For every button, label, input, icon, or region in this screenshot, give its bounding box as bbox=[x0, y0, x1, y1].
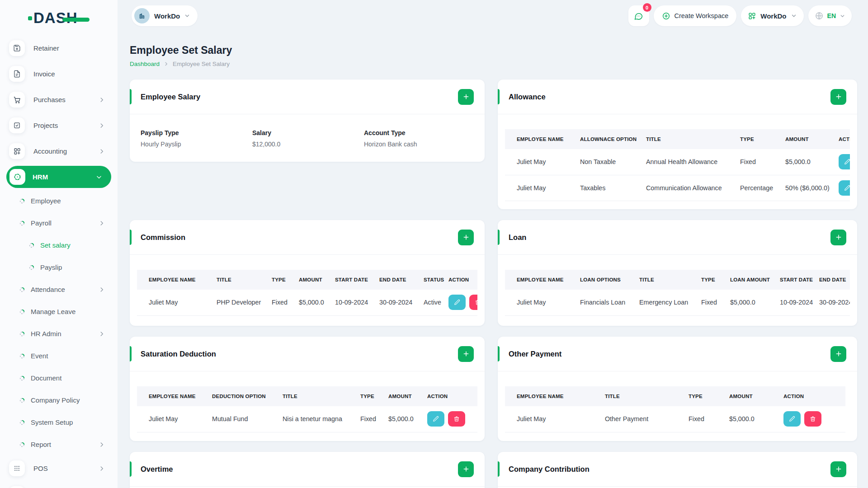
column-header: TYPE bbox=[260, 270, 287, 290]
plus-icon bbox=[835, 93, 842, 100]
table-cell: Other Payment bbox=[593, 406, 677, 432]
submenu-bullet-icon bbox=[19, 353, 25, 359]
table-row: Juliet MayMutual FundNisi a tenetur magn… bbox=[137, 406, 477, 432]
language-selector[interactable]: EN bbox=[808, 5, 852, 26]
card-title: Allowance bbox=[509, 93, 546, 101]
pencil-icon bbox=[789, 416, 795, 422]
commission-table: EMPLOYEE NAMETITLETYPEAMOUNTSTART DATEEN… bbox=[137, 270, 477, 316]
chevron-right-icon bbox=[99, 97, 105, 103]
sidebar-item-set-salary[interactable]: Set salary bbox=[0, 234, 118, 256]
submenu-bullet-icon bbox=[19, 375, 25, 381]
employee-salary-details: Payslip Type Hourly Payslip Salary $12,0… bbox=[130, 114, 485, 148]
delete-button[interactable] bbox=[448, 411, 465, 427]
delete-button[interactable] bbox=[804, 411, 821, 427]
table-row: Juliet MayPHP DeveloperFixed$5,000.010-0… bbox=[137, 290, 477, 315]
sidebar-item-projects[interactable]: Projects bbox=[0, 113, 118, 138]
messages-button[interactable]: 0 bbox=[628, 5, 649, 26]
sidebar-item-attendance[interactable]: Attendance bbox=[0, 278, 118, 300]
submenu-bullet-icon bbox=[19, 398, 25, 403]
table-cell: Financials Loan bbox=[568, 290, 627, 315]
plus-icon bbox=[835, 234, 842, 241]
sidebar-item-label: Document bbox=[31, 374, 61, 382]
add-allowance-button[interactable] bbox=[830, 89, 846, 105]
table-cell: 30-09-2024 bbox=[368, 290, 412, 315]
app-menu-button[interactable]: WorkDo bbox=[741, 5, 803, 26]
invoice-icon bbox=[9, 66, 25, 82]
add-company-contribution-button[interactable] bbox=[830, 461, 846, 477]
column-header: EMPLOYEE NAME bbox=[505, 129, 568, 149]
sidebar-item-label: POS bbox=[33, 465, 48, 472]
sidebar-item-label: Attendance bbox=[31, 286, 65, 293]
card-header: Loan bbox=[498, 220, 857, 255]
sidebar-item-payroll[interactable]: Payroll bbox=[0, 212, 118, 234]
add-commission-button[interactable] bbox=[458, 230, 474, 245]
sidebar-item-crm[interactable]: CRM bbox=[0, 481, 118, 488]
table-cell: Percentage bbox=[728, 175, 774, 201]
edit-button[interactable] bbox=[839, 180, 850, 196]
add-overtime-button[interactable] bbox=[458, 461, 474, 477]
column-header: END DATE bbox=[368, 270, 412, 290]
edit-button[interactable] bbox=[839, 154, 850, 169]
other_payment-data-table: EMPLOYEE NAMETITLETYPEAMOUNTACTIONJuliet… bbox=[505, 386, 845, 432]
sidebar-item-payslip[interactable]: Payslip bbox=[0, 256, 118, 278]
column-header: EMPLOYEE NAME bbox=[137, 386, 200, 406]
chevron-down-icon bbox=[184, 13, 190, 19]
sidebar-item-retainer[interactable]: Retainer bbox=[0, 35, 118, 61]
table-cell: Juliet May bbox=[137, 406, 200, 432]
loan-table: EMPLOYEE NAMELOAN OPTIONSTITLETYPELOAN A… bbox=[505, 270, 850, 316]
breadcrumb-dashboard-link[interactable]: Dashboard bbox=[130, 61, 160, 67]
column-header: TYPE bbox=[728, 129, 774, 149]
add-saturation-deduction-button[interactable] bbox=[458, 346, 474, 362]
hrm-icon bbox=[9, 169, 25, 185]
table-actions-cell bbox=[827, 175, 850, 201]
card-header: Overtime bbox=[130, 452, 485, 487]
column-header: TYPE bbox=[349, 386, 377, 406]
table-cell: $5,000.0 bbox=[287, 290, 323, 315]
retainer-icon bbox=[9, 40, 25, 56]
column-header: AMOUNT bbox=[287, 270, 323, 290]
add-salary-button[interactable] bbox=[458, 89, 474, 105]
sidebar-item-report[interactable]: Report bbox=[0, 433, 118, 455]
table-cell: 10-09-2024 bbox=[323, 290, 368, 315]
sidebar-item-purchases[interactable]: Purchases bbox=[0, 87, 118, 113]
sidebar-item-company-policy[interactable]: Company Policy bbox=[0, 389, 118, 411]
submenu-bullet-icon bbox=[29, 243, 34, 248]
field-value: Hourly Payslip bbox=[141, 141, 252, 148]
saturation-deduction-table: EMPLOYEE NAMEDEDUCTION OPTIONTITLETYPEAM… bbox=[137, 386, 477, 432]
table-cell: 30-09-2024 bbox=[807, 290, 850, 315]
create-workspace-button[interactable]: Create Workspace bbox=[654, 5, 737, 26]
app-logo[interactable]: DASH bbox=[28, 9, 78, 27]
card-title: Overtime bbox=[141, 465, 173, 474]
sidebar-item-accounting[interactable]: Accounting bbox=[0, 138, 118, 164]
edit-button[interactable] bbox=[783, 411, 801, 427]
breadcrumb-current: Employee Set Salary bbox=[173, 61, 230, 67]
purchases-icon bbox=[9, 92, 25, 108]
sidebar-item-document[interactable]: Document bbox=[0, 367, 118, 389]
delete-button[interactable] bbox=[469, 295, 477, 310]
sidebar-item-pos[interactable]: POS bbox=[0, 455, 118, 481]
column-header: TITLE bbox=[627, 270, 689, 290]
table-cell: Taxables bbox=[568, 175, 634, 201]
grid-plus-icon bbox=[748, 12, 756, 20]
edit-button[interactable] bbox=[448, 295, 466, 310]
sidebar-item-event[interactable]: Event bbox=[0, 345, 118, 367]
sidebar-item-invoice[interactable]: Invoice bbox=[0, 61, 118, 87]
sidebar-item-manage-leave[interactable]: Manage Leave bbox=[0, 300, 118, 323]
sidebar-item-label: HRM bbox=[33, 173, 48, 181]
sidebar-item-employee[interactable]: Employee bbox=[0, 190, 118, 212]
sidebar-item-hr-admin[interactable]: HR Admin bbox=[0, 323, 118, 345]
chevron-down-icon bbox=[840, 13, 845, 19]
sidebar-item-hrm[interactable]: HRM bbox=[6, 166, 111, 188]
sidebar-item-label: Accounting bbox=[33, 147, 67, 155]
sidebar-item-system-setup[interactable]: System Setup bbox=[0, 411, 118, 433]
column-header: AMOUNT bbox=[377, 386, 415, 406]
add-other-payment-button[interactable] bbox=[830, 346, 846, 362]
column-header: AMOUNT bbox=[717, 386, 772, 406]
add-loan-button[interactable] bbox=[830, 230, 846, 245]
edit-button[interactable] bbox=[427, 411, 444, 427]
workspace-switcher[interactable]: WorkDo bbox=[132, 5, 198, 26]
overtime-card: Overtime bbox=[130, 452, 485, 488]
column-header: START DATE bbox=[768, 270, 807, 290]
column-header: TYPE bbox=[689, 270, 718, 290]
table-cell: 50% ($6,000.0) bbox=[774, 175, 827, 201]
